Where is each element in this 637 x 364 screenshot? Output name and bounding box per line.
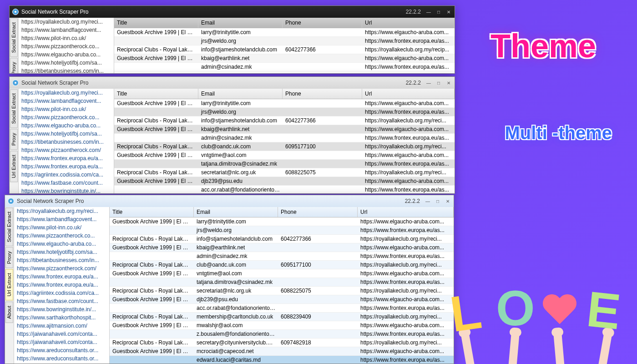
titlebar[interactable]: Social Network Scraper Pro 22.2.2 — □ ✕	[5, 195, 454, 207]
close-button[interactable]: ✕	[445, 198, 451, 204]
url-item[interactable]: https://www.pilot-inn.co.uk/	[14, 223, 109, 232]
col-phone[interactable]: Phone	[283, 89, 362, 99]
table-row[interactable]: Guestbook Archive 1999 | El Gauc...larry…	[114, 28, 455, 37]
close-button[interactable]: ✕	[445, 9, 452, 15]
minimize-button[interactable]: —	[425, 9, 432, 15]
tab-social-extract[interactable]: Social Extract	[10, 89, 18, 128]
url-item[interactable]: https://www.areduconsultants.or...	[14, 354, 109, 363]
table-row[interactable]: Reciprocal Clubs - Royal Lake Clu...secr…	[110, 339, 454, 347]
tab-url-extract[interactable]: Url Extract	[5, 269, 13, 300]
url-item[interactable]: https://www.frontex.europa.eu/a...	[14, 281, 109, 289]
maximize-button[interactable]: □	[435, 9, 442, 15]
table-row[interactable]: Guestbook Archive 1999 | El Gauc...vntgt…	[114, 151, 455, 160]
table-row[interactable]: acc.or.rabat@fondationorientocci...https…	[114, 186, 455, 193]
tab-about[interactable]: About	[5, 302, 13, 323]
table-row[interactable]: Reciprocal Clubs - Royal Lake Clu...secr…	[114, 168, 455, 177]
url-item[interactable]: https://www.sarthakorthohospit...	[14, 313, 109, 322]
url-item[interactable]: https://tibetanbusinesses.com/in...	[14, 256, 109, 264]
table-row[interactable]: Reciprocal Clubs - Royal Lake Clu...club…	[114, 142, 455, 151]
url-item[interactable]: https://www.pizzaontherock.com/	[19, 146, 114, 154]
tab-proxy[interactable]: Proxy	[5, 247, 13, 268]
close-button[interactable]: ✕	[445, 80, 452, 86]
url-item[interactable]: https://tibetanbusinesses.com/in...	[19, 67, 114, 73]
col-email[interactable]: Email	[198, 89, 283, 99]
url-item[interactable]: https://www.bowringinstitute.in/...	[19, 187, 114, 193]
url-item[interactable]: https://www.pizzaontherock.co...	[19, 113, 114, 121]
url-item[interactable]: https://www.lambandflagcovent...	[19, 97, 114, 105]
col-title[interactable]: Title	[110, 207, 194, 217]
table-row[interactable]: z.bousalem@fondationorientocci...https:/…	[110, 330, 454, 339]
table-row[interactable]: Guestbook Archive 1999 | El Gauc...kbaig…	[110, 243, 454, 252]
table-row[interactable]: Reciprocal Clubs - Royal Lake Clu...club…	[110, 261, 454, 269]
table-row[interactable]: jrs@weldo.orghttps://www.frontex.europa.…	[114, 37, 455, 46]
table-row[interactable]: Guestbook Archive 1999 | El Gauc...mwals…	[110, 321, 454, 330]
url-item[interactable]: https://www.elgaucho-aruba.co...	[14, 240, 109, 248]
url-item[interactable]: https://royallakeclub.org.my/reci...	[19, 18, 114, 26]
url-item[interactable]: https://www.lambandflagcovent...	[14, 215, 109, 223]
table-row[interactable]: Guestbook Archive 1999 | El Gauc...mcroc…	[110, 347, 454, 356]
tab-social-extract[interactable]: Social Extract	[10, 18, 18, 57]
col-phone[interactable]: Phone	[283, 18, 362, 28]
url-item[interactable]: https://www.pizzaontherock.co...	[19, 42, 114, 51]
table-row[interactable]: Guestbook Archive 1999 | El Gauc...larry…	[114, 99, 455, 108]
tab-proxy[interactable]: Proxy	[10, 58, 18, 73]
url-item[interactable]: https://www.pizzaontherock.co...	[14, 232, 109, 240]
url-item[interactable]: https://www.pilot-inn.co.uk/	[19, 34, 114, 42]
url-item[interactable]: https://www.pilot-inn.co.uk/	[19, 105, 114, 113]
col-url[interactable]: Url	[358, 207, 454, 217]
url-item[interactable]: https://jaiwanahaveli.com/conta...	[14, 330, 109, 338]
url-item[interactable]: https://royallakeclub.org.my/reci...	[14, 207, 109, 215]
url-item[interactable]: https://www.areduconsultants.or...	[14, 346, 109, 354]
url-item[interactable]: https://tibetanbusinesses.com/in...	[19, 138, 114, 146]
minimize-button[interactable]: —	[425, 80, 432, 86]
table-row[interactable]: admin@csinadez.mkhttps://www.frontex.eur…	[110, 252, 454, 261]
table-row[interactable]: Guestbook Archive 1999 | El Gauc...djb23…	[114, 177, 455, 186]
minimize-button[interactable]: —	[425, 198, 431, 204]
url-item[interactable]: https://www.frontex.europa.eu/a...	[19, 154, 114, 162]
table-row[interactable]: Guestbook Archive 1999 | El Gauc...kbaig…	[114, 54, 455, 63]
table-row[interactable]: Reciprocal Clubs - Royal Lake Clu...secr…	[110, 287, 454, 295]
table-row[interactable]: jrs@weldo.orghttps://www.frontex.europa.…	[114, 108, 455, 116]
table-row[interactable]: tatjana.dimitrova@csinadez.mkhttps://www…	[114, 160, 455, 168]
table-row[interactable]: Reciprocal Clubs - Royal Lake Clu...info…	[114, 46, 455, 54]
tab-url-extract[interactable]: Url Extract	[10, 151, 18, 182]
url-item[interactable]: https://agriintex.codissia.com/ca...	[14, 289, 109, 297]
col-email[interactable]: Email	[194, 207, 278, 217]
titlebar[interactable]: Social Network Scraper Pro 22.2.2 — □ ✕	[10, 77, 455, 89]
url-item[interactable]: https://www.ajitmansion.com/	[14, 322, 109, 330]
table-row[interactable]: edward.lucaci@caritas.mdhttps://www.fron…	[110, 356, 454, 364]
table-row[interactable]: Reciprocal Clubs - Royal Lake Clu...info…	[110, 235, 454, 243]
url-item[interactable]: https://royallakeclub.org.my/reci...	[19, 89, 114, 97]
url-item[interactable]: https://jaiwanahaveli.com/conta...	[14, 338, 109, 346]
url-item[interactable]: https://www.hoteljyotifbj.com/sa...	[14, 248, 109, 256]
url-item[interactable]: https://www.lambandflagcovent...	[19, 26, 114, 34]
url-item[interactable]: https://www.hoteljyotifbj.com/sa...	[19, 59, 114, 67]
table-row[interactable]: Reciprocal Clubs - Royal Lake Clu...memb…	[110, 313, 454, 321]
table-row[interactable]: jrs@weldo.orghttps://www.frontex.europa.…	[110, 226, 454, 235]
col-phone[interactable]: Phone	[278, 207, 358, 217]
table-row[interactable]: Guestbook Archive 1999 | El Gauc...larry…	[110, 217, 454, 226]
url-item[interactable]: https://www.frontex.europa.eu/a...	[14, 273, 109, 281]
url-list[interactable]: https://royallakeclub.org.my/reci...http…	[19, 89, 114, 193]
table-row[interactable]: Guestbook Archive 1999 | El Gauc...vntgt…	[110, 269, 454, 278]
url-item[interactable]: https://www.pizzaontherock.com/	[14, 264, 109, 273]
titlebar[interactable]: Social Network Scraper Pro 22.2.2 — □ ✕	[10, 6, 455, 18]
maximize-button[interactable]: □	[435, 80, 442, 86]
col-url[interactable]: Url	[362, 18, 455, 28]
table-row[interactable]: tatjana.dimitrova@csinadez.mkhttps://www…	[110, 278, 454, 287]
col-title[interactable]: Title	[114, 89, 198, 99]
tab-proxy[interactable]: Proxy	[10, 129, 18, 150]
url-list[interactable]: https://royallakeclub.org.my/reci...http…	[14, 207, 110, 364]
tab-social-extract[interactable]: Social Extract	[5, 207, 13, 246]
table-row[interactable]: admin@csinadez.mkhttps://www.frontex.eur…	[114, 134, 455, 142]
table-row[interactable]: Guestbook Archive 1999 | El Gauc...djb23…	[110, 295, 454, 304]
table-row[interactable]: Guestbook Archive 1999 | El Gauc...kbaig…	[114, 125, 455, 134]
col-email[interactable]: Email	[198, 18, 283, 28]
url-item[interactable]: https://www.bowringinstitute.in/...	[14, 305, 109, 313]
url-item[interactable]: https://www.fastbase.com/count...	[14, 297, 109, 305]
url-item[interactable]: https://www.bijayniwaspalace.c...	[14, 363, 109, 364]
url-item[interactable]: https://agriintex.codissia.com/ca...	[19, 171, 114, 179]
url-list[interactable]: https://royallakeclub.org.my/reci...http…	[19, 18, 114, 73]
url-item[interactable]: https://www.hoteljyotifbj.com/sa...	[19, 130, 114, 138]
url-item[interactable]: https://www.fastbase.com/count...	[19, 179, 114, 187]
